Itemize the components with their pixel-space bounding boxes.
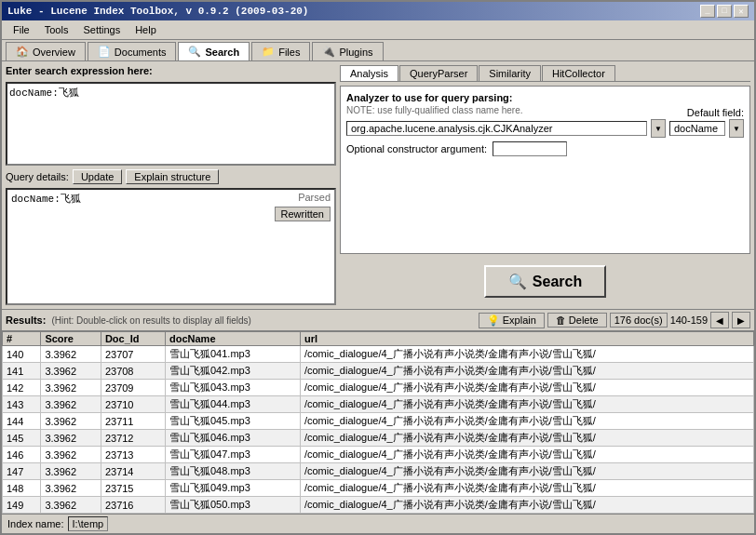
cell-docName: 雪山飞狐046.mp3	[166, 430, 301, 447]
table-row[interactable]: 1433.396223710雪山飞狐044.mp3/comic_dialogue…	[3, 396, 754, 413]
left-panel: Enter search expression here: docName:飞狐…	[6, 65, 336, 305]
cell-docName: 雪山飞狐049.mp3	[166, 480, 301, 497]
table-row[interactable]: 1473.396223714雪山飞狐048.mp3/comic_dialogue…	[3, 463, 754, 480]
cell-num: 147	[3, 463, 41, 480]
plugins-icon: 🔌	[322, 46, 335, 58]
cell-url: /comic_dialogue/4_广播小说有声小说类/金庸有声小说/雪山飞狐/	[300, 380, 753, 396]
tab-overview[interactable]: 🏠 Overview	[6, 42, 86, 60]
table-row[interactable]: 1403.396223707雪山飞狐041.mp3/comic_dialogue…	[3, 346, 754, 363]
analyzer-section: Analyzer to use for query parsing: NOTE:…	[340, 86, 750, 254]
cell-docName: 雪山飞狐042.mp3	[166, 363, 301, 380]
explain-structure-button[interactable]: Explain structure	[126, 169, 219, 184]
tab-plugins[interactable]: 🔌 Plugins	[312, 42, 383, 60]
rewritten-button[interactable]: Rewritten	[275, 207, 331, 221]
table-row[interactable]: 1443.396223711雪山飞狐045.mp3/comic_dialogue…	[3, 413, 754, 430]
cell-num: 146	[3, 447, 41, 463]
optional-label: Optional constructor argument:	[346, 143, 487, 154]
cell-doc_id: 23716	[101, 497, 165, 514]
cell-docName: 雪山飞狐047.mp3	[166, 447, 301, 463]
default-field-dropdown[interactable]: ▼	[729, 119, 744, 138]
query-section-label: Enter search expression here:	[6, 65, 336, 76]
table-row[interactable]: 1463.396223713雪山飞狐047.mp3/comic_dialogue…	[3, 447, 754, 463]
results-hint: (Hint: Double-click on results to displa…	[51, 315, 251, 326]
cell-doc_id: 23713	[101, 447, 165, 463]
menu-bar: File Tools Settings Help	[2, 20, 754, 40]
cell-num: 145	[3, 430, 41, 447]
close-button[interactable]: ✕	[734, 5, 749, 18]
default-field-input[interactable]	[669, 121, 725, 136]
menu-tools[interactable]: Tools	[37, 22, 76, 37]
cell-docName: 雪山飞狐050.mp3	[166, 497, 301, 514]
query-input[interactable]: docName:飞狐	[6, 82, 336, 166]
cell-score: 3.3962	[41, 396, 101, 413]
default-field-label: Default field:	[687, 107, 744, 118]
results-controls: 💡 Explain 🗑 Delete 176 doc(s) 140-159 ◀ …	[479, 312, 750, 328]
window-controls: _ □ ✕	[700, 5, 749, 18]
results-label: Results:	[6, 314, 46, 326]
parsed-area: docName:飞狐 Parsed Rewritten	[6, 188, 336, 305]
maximize-button[interactable]: □	[717, 5, 732, 18]
col-doc-id: Doc_Id	[101, 332, 165, 346]
table-row[interactable]: 1453.396223712雪山飞狐046.mp3/comic_dialogue…	[3, 430, 754, 447]
optional-input[interactable]	[493, 141, 567, 156]
cell-num: 144	[3, 413, 41, 430]
next-page-button[interactable]: ▶	[732, 312, 750, 328]
index-name-label: Index name:	[7, 518, 64, 529]
update-button[interactable]: Update	[73, 169, 122, 184]
cell-num: 140	[3, 346, 41, 363]
cell-url: /comic_dialogue/4_广播小说有声小说类/金庸有声小说/雪山飞狐/	[300, 497, 753, 514]
files-icon: 📁	[262, 46, 275, 58]
cell-docName: 雪山飞狐041.mp3	[166, 346, 301, 363]
tab-documents[interactable]: 📄 Documents	[88, 42, 177, 60]
table-row[interactable]: 1423.396223709雪山飞狐043.mp3/comic_dialogue…	[3, 380, 754, 396]
menu-help[interactable]: Help	[128, 22, 164, 37]
col-docname: docName	[166, 332, 301, 346]
minimize-button[interactable]: _	[700, 5, 715, 18]
menu-file[interactable]: File	[6, 22, 37, 37]
tab-hitcollector[interactable]: HitCollector	[542, 65, 615, 81]
cell-docName: 雪山飞狐043.mp3	[166, 380, 301, 396]
tab-queryparser[interactable]: QueryParser	[399, 65, 478, 81]
analyzer-dropdown-button[interactable]: ▼	[651, 119, 666, 138]
analyzer-input-field[interactable]	[346, 121, 647, 136]
overview-icon: 🏠	[16, 46, 29, 58]
cell-num: 142	[3, 380, 41, 396]
menu-settings[interactable]: Settings	[75, 22, 128, 37]
cell-doc_id: 23710	[101, 396, 165, 413]
results-section: Results: (Hint: Double-click on results …	[2, 309, 754, 514]
cell-num: 149	[3, 497, 41, 514]
delete-button[interactable]: 🗑 Delete	[547, 313, 607, 328]
cell-url: /comic_dialogue/4_广播小说有声小说类/金庸有声小说/雪山飞狐/	[300, 413, 753, 430]
cell-url: /comic_dialogue/4_广播小说有声小说类/金庸有声小说/雪山飞狐/	[300, 463, 753, 480]
tab-similarity[interactable]: Similarity	[479, 65, 541, 81]
col-num: #	[3, 332, 41, 346]
cell-doc_id: 23708	[101, 363, 165, 380]
documents-icon: 📄	[98, 46, 111, 58]
tab-search[interactable]: 🔍 Search	[178, 42, 250, 60]
results-table-container[interactable]: # Score Doc_Id docName url 1403.39622370…	[2, 331, 754, 514]
cell-doc_id: 23709	[101, 380, 165, 396]
col-url: url	[300, 332, 753, 346]
cell-doc_id: 23712	[101, 430, 165, 447]
table-row[interactable]: 1413.396223708雪山飞狐042.mp3/comic_dialogue…	[3, 363, 754, 380]
cell-score: 3.3962	[41, 346, 101, 363]
table-row[interactable]: 1493.396223716雪山飞狐050.mp3/comic_dialogue…	[3, 497, 754, 514]
cell-doc_id: 23711	[101, 413, 165, 430]
search-button[interactable]: 🔍 Search	[484, 265, 606, 298]
cell-docName: 雪山飞狐048.mp3	[166, 463, 301, 480]
cell-score: 3.3962	[41, 463, 101, 480]
analysis-tabs: Analysis QueryParser Similarity HitColle…	[340, 65, 750, 82]
explain-button[interactable]: 💡 Explain	[479, 313, 545, 328]
delete-icon: 🗑	[556, 314, 566, 326]
cell-url: /comic_dialogue/4_广播小说有声小说类/金庸有声小说/雪山飞狐/	[300, 480, 753, 497]
table-row[interactable]: 1483.396223715雪山飞狐049.mp3/comic_dialogue…	[3, 480, 754, 497]
parsed-label: Parsed	[298, 192, 331, 203]
page-range: 140-159	[670, 314, 708, 326]
cell-score: 3.3962	[41, 380, 101, 396]
tab-files[interactable]: 📁 Files	[251, 42, 310, 60]
cell-score: 3.3962	[41, 497, 101, 514]
prev-page-button[interactable]: ◀	[710, 312, 729, 328]
cell-url: /comic_dialogue/4_广播小说有声小说类/金庸有声小说/雪山飞狐/	[300, 396, 753, 413]
cell-num: 143	[3, 396, 41, 413]
tab-analysis[interactable]: Analysis	[340, 65, 398, 81]
